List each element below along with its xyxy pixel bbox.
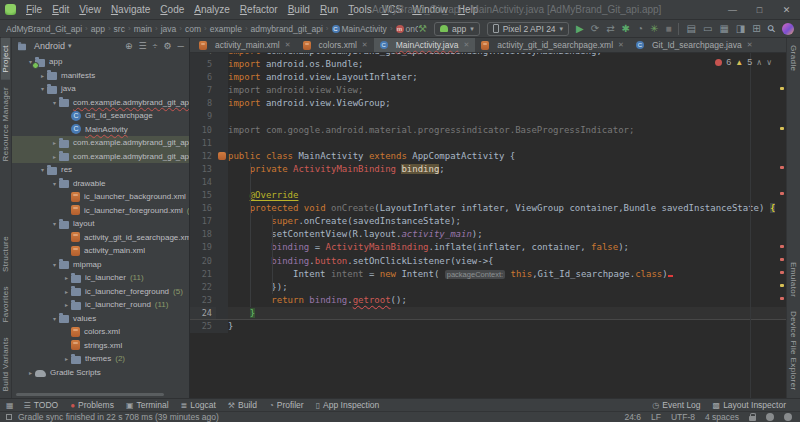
code-line-14[interactable]: 14 (190, 176, 786, 189)
line-number[interactable]: 7 (190, 84, 216, 97)
status-toggle-icon[interactable] (6, 414, 12, 420)
collapse-all-icon[interactable]: ☰ (139, 41, 147, 51)
tree-item-themes-2[interactable]: ▸themes(2) (12, 352, 189, 366)
line-number[interactable]: 9 (190, 110, 216, 123)
apply-code-changes-icon[interactable]: ⇄ (606, 24, 614, 34)
build-project-icon[interactable]: ⚒ (418, 24, 427, 34)
error-stripe[interactable] (780, 53, 784, 398)
close-icon[interactable]: ✕ (285, 41, 291, 49)
lock-icon[interactable] (749, 416, 756, 421)
chevron-down-icon[interactable]: ▾ (50, 180, 59, 187)
toolwindow-build[interactable]: ⚒Build (222, 400, 263, 410)
tree-item-ic-launcher-11[interactable]: ▸ic_launcher(11) (12, 271, 189, 285)
code-line-12[interactable]: 12public class MainActivity extends AppC… (190, 150, 786, 163)
code-line-7[interactable]: 7import android.view.View; (190, 84, 786, 97)
breadcrumb-java[interactable]: java (161, 24, 177, 34)
tree-item-manifests[interactable]: ▸manifests (12, 69, 189, 83)
chevron-down-icon[interactable]: ▾ (38, 166, 47, 173)
line-number[interactable]: 15 (190, 189, 216, 202)
toolwindow-app-inspection[interactable]: ▯App Inspection (310, 400, 386, 410)
strip-item-device-file-explorer[interactable]: Device File Explorer (789, 304, 798, 398)
chevron-down-icon[interactable]: ▾ (50, 99, 59, 106)
tree-item-app[interactable]: ▾app (12, 55, 189, 69)
toolwindow-todo[interactable]: ☰TODO (18, 400, 65, 410)
code-line-5[interactable]: 5import android.os.Bundle; (190, 58, 786, 71)
sdk-manager-icon[interactable]: ⊞ (752, 24, 760, 34)
menu-build[interactable]: Build (283, 4, 315, 15)
line-number[interactable]: 13 (190, 163, 216, 176)
apply-changes-icon[interactable]: ⟳ (591, 24, 599, 34)
breadcrumb-admybrand-git-api[interactable]: AdMyBrand_Git_api (6, 24, 82, 34)
close-icon[interactable]: ✕ (747, 41, 753, 49)
tree-item-com-example-admybrand-git-api-test[interactable]: ▸com.example.admybrand_git_api(test) (12, 150, 189, 164)
debug-button[interactable]: ✱ (622, 24, 630, 34)
toolwindow-profiler[interactable]: ◔Profiler (263, 400, 310, 410)
close-icon[interactable]: ✕ (463, 41, 469, 49)
close-icon[interactable]: ✕ (618, 41, 624, 49)
line-number[interactable]: 16 (190, 202, 216, 215)
err-stripe-mark[interactable] (780, 297, 784, 300)
toolwindow-problems[interactable]: ●Problems (64, 400, 120, 410)
tree-item-gradle-scripts[interactable]: ▸Gradle Scripts (12, 366, 189, 380)
code-line-15[interactable]: 15 @Override (190, 189, 786, 202)
chevron-down-icon[interactable]: ▾ (50, 261, 59, 268)
chevron-right-icon[interactable]: ▸ (38, 72, 47, 79)
chevron-down-icon[interactable]: ▾ (38, 85, 47, 92)
strip-item-project[interactable]: Project (1, 38, 10, 80)
toolwindow-layout-inspector[interactable]: ▩Layout Inspector (707, 400, 792, 410)
code-line-17[interactable]: 17 super.onCreate(savedInstanceState); (190, 215, 786, 228)
close-icon[interactable]: ✕ (362, 41, 368, 49)
minimize-button[interactable]: — (719, 0, 746, 19)
toolwindow-logcat[interactable]: ≣Logcat (175, 400, 222, 410)
code-line-11[interactable]: 11 (190, 137, 786, 150)
tool-windows-icon[interactable]: ▦ (2, 401, 18, 410)
menu-run[interactable]: Run (315, 4, 343, 15)
menu-refactor[interactable]: Refactor (235, 4, 283, 15)
prev-error-button[interactable]: ∧ (756, 56, 762, 69)
err-stripe-mark[interactable] (780, 245, 784, 248)
breadcrumb-oncreate[interactable]: monCreate (396, 24, 418, 34)
line-number[interactable]: 17 (190, 215, 216, 228)
code-line-23[interactable]: 23 return binding.getroot(); (190, 294, 786, 307)
warn-stripe-mark[interactable] (780, 284, 784, 287)
chevron-down-icon[interactable]: ▾ (50, 220, 59, 227)
device-select[interactable]: Pixel 2 API 24▾ (487, 22, 569, 36)
chevron-right-icon[interactable]: ▸ (62, 355, 71, 362)
tree-item-ic-launcher-foreground-5[interactable]: ▸ic_launcher_foreground(5) (12, 285, 189, 299)
line-number[interactable]: 5 (190, 58, 216, 71)
code-line-10[interactable]: 10import com.google.android.material.pro… (190, 124, 786, 137)
notification-face-icon[interactable] (784, 413, 792, 421)
view-options-icon[interactable]: ÷ (153, 41, 158, 51)
line-number[interactable]: 18 (190, 228, 216, 241)
chevron-right-icon[interactable]: ▸ (62, 274, 71, 281)
err-stripe-mark[interactable] (780, 192, 784, 195)
next-error-button[interactable]: ∨ (766, 56, 772, 69)
code-line-6[interactable]: 6import android.view.LayoutInflater; (190, 71, 786, 84)
pair-devices-icon[interactable]: ◨ (736, 24, 745, 34)
profile-button[interactable]: ◔ (637, 24, 643, 34)
breadcrumb-main[interactable]: main (134, 24, 152, 34)
tree-item-res[interactable]: ▾res (12, 163, 189, 177)
avd-manager-icon[interactable]: ▦ (719, 24, 728, 34)
tab-mainactivity-java[interactable]: CMainActivity.java✕ (374, 38, 476, 52)
chevron-right-icon[interactable]: ▸ (50, 139, 59, 146)
code-line-8[interactable]: 8import android.view.ViewGroup; (190, 97, 786, 110)
settings-gear-icon[interactable]: ⚙ (164, 41, 172, 51)
tree-item-com-example-admybrand-git-api[interactable]: ▾com.example.admybrand_git_api (12, 96, 189, 110)
code-line-21[interactable]: 21 Intent intent = new Intent( packageCo… (190, 268, 786, 281)
code-line-13[interactable]: 13 private ActivityMainBinding binding; (190, 163, 786, 176)
code-line-22[interactable]: 22 }); (190, 281, 786, 294)
tree-item-layout[interactable]: ▾layout (12, 217, 189, 231)
line-number[interactable]: 19 (190, 241, 216, 254)
tree-item-activity-git-id-searchpage-xml[interactable]: activity_git_id_searchpage.xml (12, 231, 189, 245)
tree-item-ic-launcher-foreground-xml-v24[interactable]: ic_launcher_foreground.xml(v24) (12, 204, 189, 218)
strip-item-gradle[interactable]: Gradle (789, 38, 798, 78)
chevron-right-icon[interactable]: ▸ (50, 153, 59, 160)
search-everywhere-icon[interactable]: ⚲ (765, 22, 777, 34)
breadcrumb-admybrand-git-api[interactable]: admybrand_git_api (251, 24, 323, 34)
chevron-right-icon[interactable]: ▸ (62, 288, 71, 295)
menu-view[interactable]: View (74, 4, 106, 15)
line-separator[interactable]: LF (651, 412, 661, 422)
menu-edit[interactable]: Edit (47, 4, 74, 15)
tab-activity-git-id-searchpage-xml[interactable]: activity_git_id_searchpage.xml✕ (475, 38, 630, 52)
